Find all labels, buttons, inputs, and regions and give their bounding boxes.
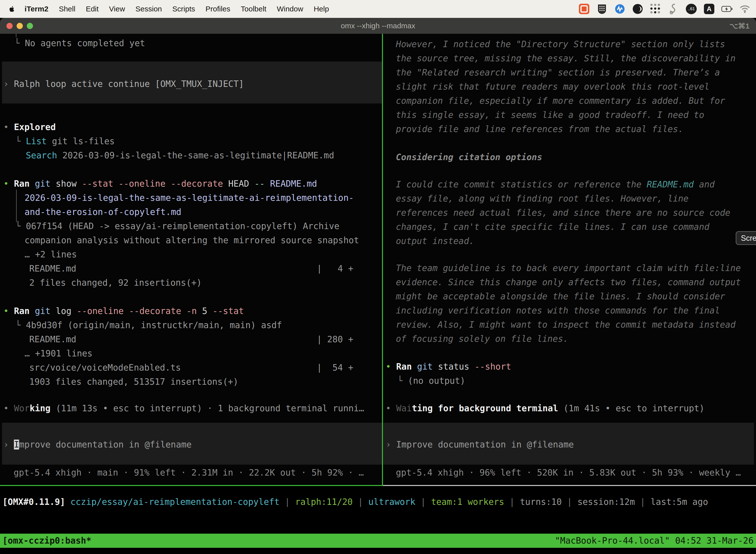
ran-git-log-line: • Ran git log --oneline --decorate -n 5 … <box>3 304 244 318</box>
reasoning-p3-l4: including verification notes with those … <box>396 303 720 318</box>
tmux-host-clock: "MacBook-Pro-44.local" 04:52 31-Mar-26 <box>555 534 754 548</box>
reasoning-p1-l1: However, I noticed the "Directory Struct… <box>396 37 725 51</box>
tree-guide-show <box>16 189 17 222</box>
inactive-pane-border <box>383 485 756 486</box>
menu-item-shell[interactable]: Shell <box>54 5 81 13</box>
blue-badge-icon[interactable] <box>614 3 626 15</box>
prompt-input-line[interactable]: › Improve documentation in @filename <box>3 438 192 452</box>
battery-percent-badge-icon[interactable]: ..61 <box>686 3 697 15</box>
model-status-line: gpt-5.4 xhigh · main · 91% left · 2.31M … <box>14 466 364 480</box>
diffstat-summary-line2: 1903 files changed, 513517 insertions(+) <box>29 375 238 389</box>
commit-output-line: └ 067f154 (HEAD -> essay/ai-reimplementa… <box>15 219 339 233</box>
chat-app-icon[interactable] <box>578 3 590 15</box>
left-terminal-pane[interactable]: └ No agents completed yet › Ralph loop a… <box>0 34 382 485</box>
reasoning-p3-l1: The team guideline is to back every impo… <box>396 261 741 275</box>
screen-share-tooltip: Scre <box>736 231 756 245</box>
reasoning-p3-l2: evidence. Since this change only affects… <box>396 275 741 289</box>
diffstat-src-line: src/voice/voiceModeEnabled.ts | 54 + <box>29 361 353 375</box>
right-terminal-pane[interactable]: However, I noticed the "Directory Struct… <box>383 34 756 485</box>
reasoning-heading: Considering citation options <box>396 150 542 164</box>
menu-bar-status-icons: ..61 A <box>578 3 751 15</box>
explored-header-line: • Explored <box>3 120 56 134</box>
reasoning-p2-l3: references need actual files, and since … <box>396 206 731 220</box>
log-commit-line: └ 4b9d30f (origin/main, instructkr/main,… <box>15 318 282 332</box>
git-show-arg-wrap1: 2026-03-09-is-legal-the-same-as-legitima… <box>24 191 354 205</box>
reasoning-p2-l5: output instead. <box>396 234 474 248</box>
reasoning-p1-l6: this single essay, it seems like a good … <box>396 108 704 122</box>
reasoning-p1-l3: the "Related research writing" section i… <box>396 65 720 80</box>
more-lines-note: … +2 lines <box>24 247 77 262</box>
more-lines-note-1901: … +1901 lines <box>24 346 92 361</box>
omx-session-status-line: [OMX#0.11.9] cczip/essay/ai-reimplementa… <box>2 495 756 509</box>
wifi-icon[interactable] <box>739 3 751 15</box>
menu-item-window[interactable]: Window <box>271 5 309 13</box>
menu-item-scripts[interactable]: Scripts <box>167 5 200 13</box>
waiting-status-line: • Waiting for background terminal (1m 41… <box>386 401 704 416</box>
reasoning-p2-l1: I could cite commit statistics or refere… <box>396 177 714 191</box>
ran-git-status-line: • Ran git status --short <box>386 359 511 374</box>
diffstat-summary-line: 2 files changed, 92 insertions(+) <box>29 276 202 290</box>
reasoning-p1-l7: provide file and line references from th… <box>396 122 683 136</box>
menu-item-edit[interactable]: Edit <box>81 5 104 13</box>
prompt-input-line-right[interactable]: › Improve documentation in @filename <box>386 438 574 452</box>
shield-grid-icon[interactable] <box>596 3 608 15</box>
no-output-line: └ (no output) <box>397 374 465 388</box>
explored-list-line: └ List git ls-files <box>15 134 115 149</box>
inject-message-line: › Ralph loop active continue [OMX_TMUX_I… <box>3 77 244 91</box>
window-title: omx --xhigh --madmax <box>0 21 756 30</box>
reasoning-p3-l5: review. Also, I might want to inspect th… <box>396 318 736 332</box>
reasoning-p1-l5: companion file, especially if more comme… <box>396 94 725 108</box>
dark-pie-icon[interactable] <box>632 3 643 15</box>
model-status-line-right: gpt-5.4 xhigh · 96% left · 520K in · 5.8… <box>396 466 741 480</box>
no-agents-line: └ No agents completed yet <box>14 36 145 50</box>
commit-output-line2: companion analysis without altering the … <box>24 233 359 247</box>
apple-menu-icon[interactable] <box>7 5 16 13</box>
reasoning-p2-l4: changes, I can't cite specific file line… <box>396 220 709 234</box>
menu-item-profiles[interactable]: Profiles <box>200 5 235 13</box>
reasoning-p1-l2: the source tree, missing the essay. Stil… <box>396 51 736 65</box>
battery-icon[interactable] <box>721 3 733 15</box>
diffstat-readme280-line: README.md | 280 + <box>29 332 353 346</box>
diffstat-readme-line: README.md | 4 + <box>29 262 353 276</box>
menu-bar: iTerm2 Shell Edit View Session Scripts P… <box>0 0 756 18</box>
reasoning-p1-l4: slight risk that future readers may over… <box>396 80 709 94</box>
reasoning-p3-l3: might be acceptable alongside the file l… <box>396 289 725 303</box>
window-shortcut-badge: ⌥⌘1 <box>730 21 750 30</box>
menu-item-toolbelt[interactable]: Toolbelt <box>236 5 271 13</box>
input-source-icon[interactable]: A <box>703 3 715 15</box>
reasoning-p3-l6: of focusing solely on file lines. <box>396 332 568 346</box>
active-pane-border <box>0 485 382 486</box>
working-status-line: • Working (11m 13s • esc to interrupt) ·… <box>3 401 364 416</box>
menu-item-view[interactable]: View <box>104 5 130 13</box>
squiggle-icon[interactable] <box>668 3 679 15</box>
menu-item-help[interactable]: Help <box>309 5 334 13</box>
ran-git-show-line: • Ran git show --stat --oneline --decora… <box>3 177 317 191</box>
tmux-window-name[interactable]: [omx-cczip0:bash* <box>2 534 91 548</box>
menu-item-session[interactable]: Session <box>130 5 167 13</box>
menu-item-iterm2[interactable]: iTerm2 <box>19 5 54 13</box>
tmux-status-bar: [omx-cczip0:bash* "MacBook-Pro-44.local"… <box>0 534 756 548</box>
window-title-bar[interactable]: omx --xhigh --madmax ⌥⌘1 <box>0 18 756 34</box>
explored-search-line: Search 2026-03-09-is-legal-the-same-as-l… <box>26 149 334 163</box>
git-show-arg-wrap2: and-the-erosion-of-copyleft.md <box>24 205 181 219</box>
dots-grid-icon[interactable] <box>650 3 661 15</box>
reasoning-p2-l2: essay file, along with finding root file… <box>396 191 689 206</box>
